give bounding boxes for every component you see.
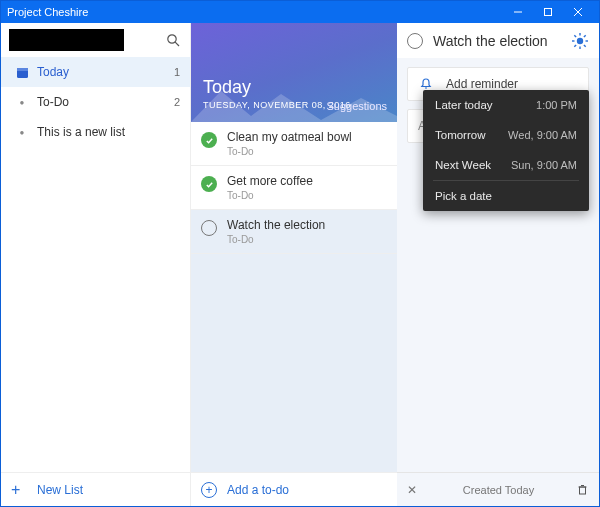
detail-pane: Watch the election bbox=[397, 23, 599, 506]
add-task-label: Add a to-do bbox=[227, 483, 289, 497]
svg-point-9 bbox=[577, 37, 583, 43]
task-list: Clean my oatmeal bowl To-Do Get more cof… bbox=[191, 122, 397, 472]
popup-option-tomorrow[interactable]: Tomorrow Wed, 9:00 AM bbox=[423, 120, 589, 150]
sidebar-item-today[interactable]: Today 1 bbox=[1, 57, 190, 87]
popup-option-time: Sun, 9:00 AM bbox=[511, 159, 577, 171]
task-title: Watch the election bbox=[227, 218, 325, 232]
popup-option-later-today[interactable]: Later today 1:00 PM bbox=[423, 90, 589, 120]
sidebar: Today 1 ● To-Do 2 ● This is a new list +… bbox=[1, 23, 191, 506]
sidebar-item-label: Today bbox=[37, 65, 174, 79]
hero-title: Today bbox=[203, 77, 385, 98]
popup-option-pick-date[interactable]: Pick a date bbox=[423, 181, 589, 211]
add-task-button[interactable]: + Add a to-do bbox=[191, 472, 397, 506]
detail-checkbox[interactable] bbox=[407, 33, 423, 49]
task-row[interactable]: Watch the election To-Do bbox=[191, 210, 397, 254]
lists: Today 1 ● To-Do 2 ● This is a new list bbox=[1, 57, 190, 472]
search-row bbox=[1, 23, 190, 57]
task-row[interactable]: Clean my oatmeal bowl To-Do bbox=[191, 122, 397, 166]
task-list-name: To-Do bbox=[227, 146, 352, 157]
popup-option-label: Pick a date bbox=[435, 190, 577, 202]
maximize-button[interactable] bbox=[533, 1, 563, 23]
sidebar-item-label: To-Do bbox=[37, 95, 174, 109]
check-icon bbox=[205, 180, 214, 189]
search-button[interactable] bbox=[164, 31, 182, 49]
task-list-name: To-Do bbox=[227, 234, 325, 245]
svg-line-15 bbox=[584, 44, 586, 46]
task-checkbox[interactable] bbox=[201, 220, 217, 236]
task-list-name: To-Do bbox=[227, 190, 313, 201]
app-window: Project Cheshire bbox=[0, 0, 600, 507]
delete-task-button[interactable] bbox=[576, 483, 589, 496]
popup-option-label: Next Week bbox=[435, 159, 511, 171]
reminder-popup: Later today 1:00 PM Tomorrow Wed, 9:00 A… bbox=[423, 90, 589, 211]
svg-rect-7 bbox=[17, 68, 28, 71]
account-region[interactable] bbox=[9, 29, 124, 51]
svg-rect-19 bbox=[580, 487, 586, 494]
popup-option-time: Wed, 9:00 AM bbox=[508, 129, 577, 141]
detail-footer: ✕ Created Today bbox=[397, 472, 599, 506]
svg-line-17 bbox=[574, 44, 576, 46]
my-day-button[interactable] bbox=[571, 32, 589, 50]
close-button[interactable] bbox=[563, 1, 593, 23]
close-icon bbox=[573, 7, 583, 17]
new-list-label: New List bbox=[37, 483, 83, 497]
reminder-label: Add reminder bbox=[446, 77, 518, 91]
svg-line-14 bbox=[574, 35, 576, 37]
minimize-button[interactable] bbox=[503, 1, 533, 23]
bullet-icon: ● bbox=[15, 98, 29, 107]
popup-option-next-week[interactable]: Next Week Sun, 9:00 AM bbox=[423, 150, 589, 180]
app-body: Today 1 ● To-Do 2 ● This is a new list +… bbox=[1, 23, 599, 506]
svg-point-4 bbox=[168, 35, 176, 43]
search-icon bbox=[166, 33, 180, 47]
detail-header: Watch the election bbox=[397, 23, 599, 59]
trash-icon bbox=[576, 483, 589, 496]
task-row[interactable]: Get more coffee To-Do bbox=[191, 166, 397, 210]
hero: Today TUESDAY, NOVEMBER 08, 2016 Suggest… bbox=[191, 23, 397, 122]
sidebar-item-count: 1 bbox=[174, 66, 180, 78]
sidebar-item-todo[interactable]: ● To-Do 2 bbox=[1, 87, 190, 117]
svg-line-5 bbox=[175, 42, 179, 46]
titlebar: Project Cheshire bbox=[1, 1, 599, 23]
sidebar-item-custom-list[interactable]: ● This is a new list bbox=[1, 117, 190, 147]
popup-option-time: 1:00 PM bbox=[536, 99, 577, 111]
minimize-icon bbox=[513, 7, 523, 17]
main-pane: Today TUESDAY, NOVEMBER 08, 2016 Suggest… bbox=[191, 23, 397, 506]
sidebar-item-label: This is a new list bbox=[37, 125, 180, 139]
popup-option-label: Tomorrow bbox=[435, 129, 508, 141]
bullet-icon: ● bbox=[15, 128, 29, 137]
maximize-icon bbox=[543, 7, 553, 17]
task-title: Clean my oatmeal bowl bbox=[227, 130, 352, 144]
popup-option-label: Later today bbox=[435, 99, 536, 111]
new-list-button[interactable]: + New List bbox=[1, 472, 190, 506]
svg-rect-1 bbox=[545, 9, 552, 16]
task-checkbox[interactable] bbox=[201, 176, 217, 192]
calendar-today-icon bbox=[15, 65, 29, 79]
check-icon bbox=[205, 136, 214, 145]
suggestions-button[interactable]: Suggestions bbox=[326, 100, 387, 112]
app-title: Project Cheshire bbox=[7, 6, 88, 18]
created-text: Created Today bbox=[421, 484, 576, 496]
sidebar-item-count: 2 bbox=[174, 96, 180, 108]
task-title: Get more coffee bbox=[227, 174, 313, 188]
task-checkbox[interactable] bbox=[201, 132, 217, 148]
svg-line-16 bbox=[584, 35, 586, 37]
sun-icon bbox=[571, 32, 589, 50]
plus-icon: + bbox=[11, 482, 27, 498]
detail-title[interactable]: Watch the election bbox=[433, 33, 571, 49]
hide-detail-button[interactable]: ✕ bbox=[407, 483, 421, 497]
add-icon: + bbox=[201, 482, 217, 498]
